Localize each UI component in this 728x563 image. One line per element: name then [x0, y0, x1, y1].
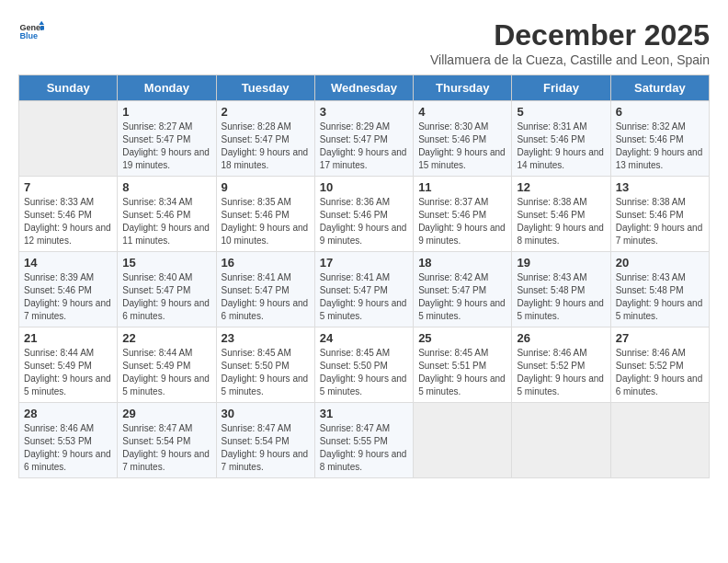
day-number: 10	[320, 180, 408, 194]
week-row-2: 7Sunrise: 8:33 AMSunset: 5:46 PMDaylight…	[19, 177, 710, 252]
day-cell: 8Sunrise: 8:34 AMSunset: 5:46 PMDaylight…	[118, 177, 216, 252]
weekday-header-tuesday: Tuesday	[216, 75, 314, 101]
day-info: Sunrise: 8:43 AMSunset: 5:48 PMDaylight:…	[517, 271, 605, 323]
day-number: 11	[418, 180, 506, 194]
day-cell: 31Sunrise: 8:47 AMSunset: 5:55 PMDayligh…	[314, 403, 413, 478]
day-number: 23	[222, 331, 310, 345]
day-cell	[512, 403, 610, 478]
location-subtitle: Villamuera de la Cueza, Castille and Leo…	[430, 52, 710, 67]
day-cell: 28Sunrise: 8:46 AMSunset: 5:53 PMDayligh…	[19, 403, 118, 478]
day-cell: 7Sunrise: 8:33 AMSunset: 5:46 PMDaylight…	[19, 177, 118, 252]
day-cell: 6Sunrise: 8:32 AMSunset: 5:46 PMDaylight…	[610, 101, 709, 177]
weekday-header-friday: Friday	[512, 75, 610, 101]
day-cell: 30Sunrise: 8:47 AMSunset: 5:54 PMDayligh…	[216, 403, 314, 478]
day-number: 30	[222, 407, 310, 420]
day-cell: 1Sunrise: 8:27 AMSunset: 5:47 PMDaylight…	[118, 101, 216, 177]
day-number: 27	[616, 331, 704, 345]
day-cell: 2Sunrise: 8:28 AMSunset: 5:47 PMDaylight…	[216, 101, 314, 177]
day-cell: 27Sunrise: 8:46 AMSunset: 5:52 PMDayligh…	[610, 327, 709, 403]
day-number: 31	[320, 407, 408, 420]
day-info: Sunrise: 8:46 AMSunset: 5:53 PMDaylight:…	[24, 422, 112, 474]
day-info: Sunrise: 8:41 AMSunset: 5:47 PMDaylight:…	[222, 271, 310, 323]
day-cell: 22Sunrise: 8:44 AMSunset: 5:49 PMDayligh…	[118, 327, 216, 403]
day-number: 29	[122, 407, 210, 420]
day-number: 8	[122, 180, 210, 194]
day-info: Sunrise: 8:44 AMSunset: 5:49 PMDaylight:…	[122, 347, 210, 398]
logo-icon: General Blue	[18, 18, 44, 44]
day-info: Sunrise: 8:35 AMSunset: 5:46 PMDaylight:…	[222, 196, 310, 247]
day-info: Sunrise: 8:39 AMSunset: 5:46 PMDaylight:…	[24, 271, 112, 323]
day-info: Sunrise: 8:47 AMSunset: 5:54 PMDaylight:…	[122, 422, 210, 474]
day-info: Sunrise: 8:32 AMSunset: 5:46 PMDaylight:…	[616, 121, 704, 172]
day-cell: 16Sunrise: 8:41 AMSunset: 5:47 PMDayligh…	[216, 252, 314, 327]
day-cell: 14Sunrise: 8:39 AMSunset: 5:46 PMDayligh…	[19, 252, 118, 327]
day-info: Sunrise: 8:45 AMSunset: 5:50 PMDaylight:…	[320, 347, 408, 398]
day-number: 16	[222, 256, 310, 270]
day-cell: 24Sunrise: 8:45 AMSunset: 5:50 PMDayligh…	[314, 327, 413, 403]
day-info: Sunrise: 8:47 AMSunset: 5:55 PMDaylight:…	[320, 422, 408, 474]
day-info: Sunrise: 8:27 AMSunset: 5:47 PMDaylight:…	[122, 121, 210, 172]
svg-text:Blue: Blue	[19, 31, 38, 40]
day-info: Sunrise: 8:38 AMSunset: 5:46 PMDaylight:…	[517, 196, 605, 247]
logo: General Blue	[18, 18, 44, 44]
day-cell: 20Sunrise: 8:43 AMSunset: 5:48 PMDayligh…	[610, 252, 709, 327]
day-number: 25	[418, 331, 506, 345]
day-number: 20	[616, 256, 704, 270]
day-info: Sunrise: 8:31 AMSunset: 5:46 PMDaylight:…	[517, 121, 605, 172]
day-info: Sunrise: 8:37 AMSunset: 5:46 PMDaylight:…	[418, 196, 506, 247]
day-cell: 15Sunrise: 8:40 AMSunset: 5:47 PMDayligh…	[118, 252, 216, 327]
day-info: Sunrise: 8:47 AMSunset: 5:54 PMDaylight:…	[222, 422, 310, 474]
day-cell: 13Sunrise: 8:38 AMSunset: 5:46 PMDayligh…	[610, 177, 709, 252]
day-cell: 19Sunrise: 8:43 AMSunset: 5:48 PMDayligh…	[512, 252, 610, 327]
day-cell: 3Sunrise: 8:29 AMSunset: 5:47 PMDaylight…	[314, 101, 413, 177]
day-info: Sunrise: 8:41 AMSunset: 5:47 PMDaylight:…	[320, 271, 408, 323]
day-info: Sunrise: 8:42 AMSunset: 5:47 PMDaylight:…	[418, 271, 506, 323]
day-number: 5	[517, 105, 605, 119]
day-info: Sunrise: 8:45 AMSunset: 5:50 PMDaylight:…	[222, 347, 310, 398]
day-cell: 18Sunrise: 8:42 AMSunset: 5:47 PMDayligh…	[414, 252, 512, 327]
day-number: 12	[517, 180, 605, 194]
day-cell: 29Sunrise: 8:47 AMSunset: 5:54 PMDayligh…	[118, 403, 216, 478]
day-cell: 11Sunrise: 8:37 AMSunset: 5:46 PMDayligh…	[414, 177, 512, 252]
day-cell: 9Sunrise: 8:35 AMSunset: 5:46 PMDaylight…	[216, 177, 314, 252]
day-cell	[414, 403, 512, 478]
day-info: Sunrise: 8:29 AMSunset: 5:47 PMDaylight:…	[320, 121, 408, 172]
day-cell: 26Sunrise: 8:46 AMSunset: 5:52 PMDayligh…	[512, 327, 610, 403]
weekday-header-row: SundayMondayTuesdayWednesdayThursdayFrid…	[19, 75, 710, 101]
weekday-header-monday: Monday	[118, 75, 216, 101]
day-number: 6	[616, 105, 704, 119]
day-cell: 25Sunrise: 8:45 AMSunset: 5:51 PMDayligh…	[414, 327, 512, 403]
day-number: 2	[222, 105, 310, 119]
day-number: 21	[24, 331, 112, 345]
day-number: 18	[418, 256, 506, 270]
day-number: 9	[222, 180, 310, 194]
weekday-header-saturday: Saturday	[610, 75, 709, 101]
day-cell: 10Sunrise: 8:36 AMSunset: 5:46 PMDayligh…	[314, 177, 413, 252]
calendar-table: SundayMondayTuesdayWednesdayThursdayFrid…	[18, 75, 710, 478]
day-info: Sunrise: 8:43 AMSunset: 5:48 PMDaylight:…	[616, 271, 704, 323]
week-row-4: 21Sunrise: 8:44 AMSunset: 5:49 PMDayligh…	[19, 327, 710, 403]
day-info: Sunrise: 8:28 AMSunset: 5:47 PMDaylight:…	[222, 121, 310, 172]
day-info: Sunrise: 8:30 AMSunset: 5:46 PMDaylight:…	[418, 121, 506, 172]
weekday-header-sunday: Sunday	[19, 75, 118, 101]
day-number: 24	[320, 331, 408, 345]
day-number: 4	[418, 105, 506, 119]
day-info: Sunrise: 8:33 AMSunset: 5:46 PMDaylight:…	[24, 196, 112, 247]
day-number: 7	[24, 180, 112, 194]
weekday-header-thursday: Thursday	[414, 75, 512, 101]
day-number: 3	[320, 105, 408, 119]
day-info: Sunrise: 8:34 AMSunset: 5:46 PMDaylight:…	[122, 196, 210, 247]
day-cell: 21Sunrise: 8:44 AMSunset: 5:49 PMDayligh…	[19, 327, 118, 403]
week-row-5: 28Sunrise: 8:46 AMSunset: 5:53 PMDayligh…	[19, 403, 710, 478]
day-number: 17	[320, 256, 408, 270]
weekday-header-wednesday: Wednesday	[314, 75, 413, 101]
day-cell	[610, 403, 709, 478]
day-cell: 4Sunrise: 8:30 AMSunset: 5:46 PMDaylight…	[414, 101, 512, 177]
month-title: December 2025	[430, 18, 710, 52]
day-number: 15	[122, 256, 210, 270]
day-cell: 23Sunrise: 8:45 AMSunset: 5:50 PMDayligh…	[216, 327, 314, 403]
day-info: Sunrise: 8:36 AMSunset: 5:46 PMDaylight:…	[320, 196, 408, 247]
day-number: 28	[24, 407, 112, 420]
day-cell: 5Sunrise: 8:31 AMSunset: 5:46 PMDaylight…	[512, 101, 610, 177]
svg-marker-3	[40, 26, 44, 29]
